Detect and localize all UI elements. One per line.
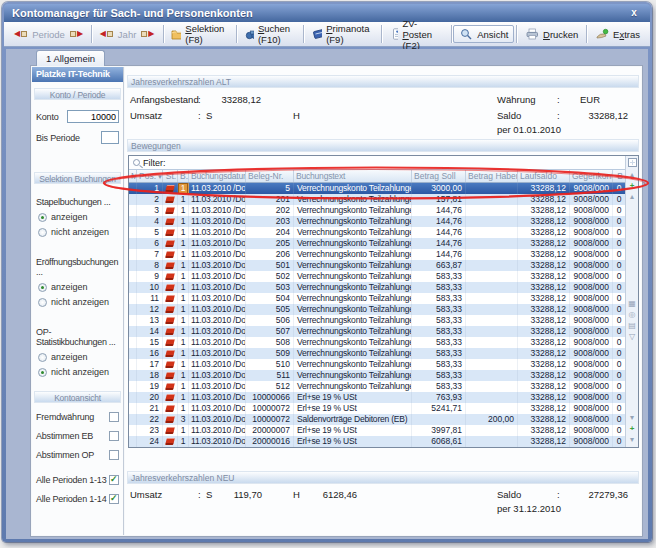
toolbar-separator xyxy=(163,25,164,43)
arrow-left-icon: ◀ xyxy=(14,29,20,39)
table-row[interactable]: 10 1 11.03.2010 /Do 503 Verrechnungskont… xyxy=(129,282,625,293)
radio-stapel-nicht-anzeigen[interactable]: nicht anzeigen xyxy=(38,227,119,237)
column-header-beleg-nr[interactable]: Beleg-Nr. xyxy=(246,170,294,182)
ansicht-button[interactable]: Ansicht xyxy=(453,25,514,43)
table-row[interactable]: 12 1 11.03.2010 /Do 505 Verrechnungskont… xyxy=(129,304,625,315)
table-row[interactable]: 22 3 11.03.2010 /Do 10000072 Saldenvortr… xyxy=(129,414,625,425)
table-row[interactable]: 4 1 11.03.2010 /Do 203 Verrechnungskonto… xyxy=(129,216,625,227)
scroll-down-icon[interactable]: ▾ xyxy=(630,413,634,422)
umsatz-neu-h-label: H xyxy=(293,489,300,500)
table-row[interactable]: 11 1 11.03.2010 /Do 504 Verrechnungskont… xyxy=(129,293,625,304)
umsatz-neu-h-value: 6128,46 xyxy=(305,489,357,500)
table-row[interactable]: 24 1 11.03.2010 /Do 20000016 Erl+se 19 %… xyxy=(129,436,625,447)
extras-button[interactable]: Extras xyxy=(589,25,646,43)
column-header-st[interactable]: St. xyxy=(163,170,178,182)
column-header-laufsaldo[interactable]: Laufsaldo xyxy=(518,170,570,182)
per-neu-label: per 31.12.2010 xyxy=(497,503,561,514)
column-header-betrag-soll[interactable]: Betrag Soll xyxy=(412,170,466,182)
radio-op-anzeigen[interactable]: anzeigen xyxy=(38,352,119,362)
booking-stamp-icon xyxy=(165,438,175,445)
zv-posten-button[interactable]: ZV-Posten (F2) xyxy=(384,15,449,54)
periode-prev-button[interactable]: ◀ xyxy=(12,28,29,40)
umsatz-alt-label: Umsatz xyxy=(130,110,162,121)
table-row[interactable]: 7 1 11.03.2010 /Do 206 Verrechnungskonto… xyxy=(129,249,625,260)
scroll-up-icon[interactable]: ▴ xyxy=(630,192,634,201)
table-row[interactable]: 13 1 11.03.2010 /Do 506 Verrechnungskont… xyxy=(129,315,625,326)
filter-icon[interactable]: ▽ xyxy=(629,332,635,341)
checkbox-abstimmen-eb[interactable]: Abstimmen EB xyxy=(36,431,119,441)
column-header-betrag-haben[interactable]: Betrag Haben xyxy=(466,170,518,182)
table-row[interactable]: 1 1 11.03.2010 /Do 5 Verrechnungskonto T… xyxy=(129,183,625,194)
booking-stamp-icon xyxy=(165,207,175,214)
booking-stamp-icon xyxy=(165,251,175,258)
column-header-buchungstext[interactable]: Buchungstext xyxy=(294,170,412,182)
scroll-first-icon[interactable]: ▴ xyxy=(630,170,634,179)
table-row[interactable]: 21 1 11.03.2010 /Do 10000072 Erl+se 19 %… xyxy=(129,403,625,414)
radio-stapel-anzeigen[interactable]: anzeigen xyxy=(38,212,119,222)
radio-op-nicht-anzeigen[interactable]: nicht anzeigen xyxy=(38,367,119,377)
column-header-m[interactable]: M xyxy=(129,170,137,182)
toolbar-separator xyxy=(91,25,92,43)
column-header-pos[interactable]: Pos.▼ xyxy=(137,170,163,182)
strip-top-group: ▴+▴ xyxy=(630,170,635,201)
booking-stamp-icon xyxy=(165,361,175,368)
checkbox-alle-perioden-13[interactable]: Alle Perioden 1-13 xyxy=(36,475,119,485)
close-button[interactable]: x xyxy=(626,4,642,22)
table-row[interactable]: 8 1 11.03.2010 /Do 501 Verrechnungskonto… xyxy=(129,260,625,271)
umsatz-alt-s: S xyxy=(206,110,212,121)
insert-row-icon[interactable]: + xyxy=(630,181,635,190)
checkbox-fremdwaehrung[interactable]: Fremdwährung xyxy=(36,412,119,422)
table-row[interactable]: 9 1 11.03.2010 /Do 502 Verrechnungskonto… xyxy=(129,271,625,282)
table-row[interactable]: 3 1 11.03.2010 /Do 202 Verrechnungskonto… xyxy=(129,205,625,216)
account-name-header: Platzke IT-Technik xyxy=(32,67,123,82)
table-row[interactable]: 14 1 11.03.2010 /Do 507 Verrechnungskont… xyxy=(129,326,625,337)
primanota-button[interactable]: Primanota (F9) xyxy=(306,20,379,48)
checkbox-checked-icon xyxy=(109,494,119,504)
radio-eroeffnung-anzeigen[interactable]: anzeigen xyxy=(38,282,119,292)
table-row[interactable]: 15 1 11.03.2010 /Do 508 Verrechnungskont… xyxy=(129,337,625,348)
checkbox-abstimmen-op[interactable]: Abstimmen OP xyxy=(36,450,119,460)
bis-periode-input[interactable] xyxy=(101,131,119,144)
konto-label: Konto xyxy=(36,112,67,122)
table-row[interactable]: 23 1 11.03.2010 /Do 20000007 Erl+se 19 %… xyxy=(129,425,625,436)
table-row[interactable]: 16 1 11.03.2010 /Do 509 Verrechnungskont… xyxy=(129,348,625,359)
details-icon[interactable]: ▤ xyxy=(628,321,636,330)
periode-label: Periode xyxy=(32,29,65,40)
column-header-gegenkonto[interactable]: Gegenkonto xyxy=(570,170,613,182)
booking-stamp-icon xyxy=(165,262,175,269)
drucken-button[interactable]: Drucken xyxy=(519,25,584,43)
append-row-icon[interactable]: + xyxy=(630,424,635,433)
jahr-prev-button[interactable]: ◀ xyxy=(98,28,115,40)
anfangsbestand-label: Anfangsbestand xyxy=(130,94,199,105)
grid-view-icon[interactable]: ▦ xyxy=(628,299,636,308)
konto-input[interactable] xyxy=(67,110,119,123)
table-row[interactable]: 20 1 11.03.2010 /Do 10000066 Erl+se 19 %… xyxy=(129,392,625,403)
checkbox-alle-perioden-14[interactable]: Alle Perioden 1-14 xyxy=(36,494,119,504)
tab-allgemein[interactable]: 1 Allgemein xyxy=(36,50,105,66)
column-header-buchungsdatum[interactable]: Buchungsdatum xyxy=(189,170,246,182)
table-row[interactable]: 18 1 11.03.2010 /Do 511 Verrechnungskont… xyxy=(129,370,625,381)
checkbox-icon xyxy=(109,412,119,422)
scroll-last-icon[interactable]: ▾ xyxy=(630,435,634,444)
booking-stamp-icon xyxy=(165,295,175,302)
selektion-button[interactable]: Selektion (F8) xyxy=(165,20,234,48)
strip-middle-group: ▦◎▤▽ xyxy=(628,299,636,341)
column-header-b[interactable]: B. xyxy=(178,170,189,182)
kontoansicht-header: Kontoansicht xyxy=(34,391,121,403)
table-row[interactable]: 2 1 11.03.2010 /Do 201 Verrechnungskonto… xyxy=(129,194,625,205)
column-header-b2[interactable]: B xyxy=(613,170,625,182)
table-row[interactable]: 5 1 11.03.2010 /Do 204 Verrechnungskonto… xyxy=(129,227,625,238)
eroeffnungsbuchungen-label: Eröffnungsbuchungen ... xyxy=(36,257,119,277)
zoom-row-icon[interactable]: ◎ xyxy=(629,310,636,319)
table-row[interactable]: 6 1 11.03.2010 /Do 205 Verrechnungskonto… xyxy=(129,238,625,249)
table-row[interactable]: 17 1 11.03.2010 /Do 510 Verrechnungskont… xyxy=(129,359,625,370)
column-chooser-icon[interactable] xyxy=(628,158,637,167)
table-row[interactable]: 19 1 11.03.2010 /Do 512 Verrechnungskont… xyxy=(129,381,625,392)
booking-stamp-icon xyxy=(165,229,175,236)
jahr-next-button[interactable]: ▶ xyxy=(139,28,156,40)
radio-eroeffnung-nicht-anzeigen[interactable]: nicht anzeigen xyxy=(38,297,119,307)
grid-filter-row[interactable]: Filter: xyxy=(129,156,625,170)
booking-stamp-icon xyxy=(165,218,175,225)
periode-next-button[interactable]: ▶ xyxy=(68,28,85,40)
suchen-button[interactable]: Suchen (F10) xyxy=(239,20,301,48)
